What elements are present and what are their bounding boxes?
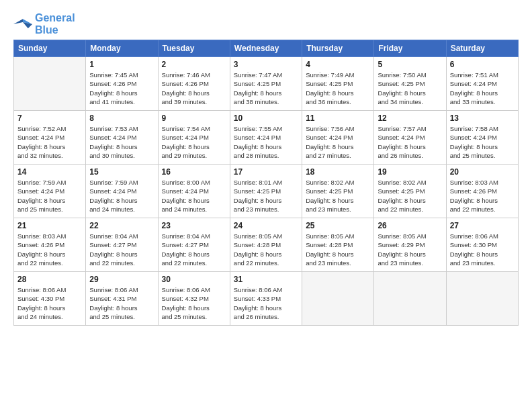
sun-info: Sunrise: 7:51 AMSunset: 4:24 PMDaylight:… [450, 71, 515, 106]
calendar-cell: 1Sunrise: 7:45 AMSunset: 4:26 PMDaylight… [86, 57, 158, 111]
sun-info: Sunrise: 8:04 AMSunset: 4:27 PMDaylight:… [89, 232, 154, 267]
sun-info: Sunrise: 8:05 AMSunset: 4:28 PMDaylight:… [306, 232, 370, 267]
logo-icon [13, 17, 32, 32]
day-number: 15 [89, 167, 154, 177]
weekday-header-wednesday: Wednesday [230, 40, 302, 57]
sun-info: Sunrise: 8:03 AMSunset: 4:26 PMDaylight:… [450, 178, 515, 214]
day-number: 10 [234, 113, 298, 123]
sun-info: Sunrise: 8:06 AMSunset: 4:30 PMDaylight:… [450, 232, 515, 267]
sun-info: Sunrise: 8:01 AMSunset: 4:25 PMDaylight:… [234, 178, 298, 214]
day-number: 12 [378, 113, 442, 123]
sun-info: Sunrise: 7:52 AMSunset: 4:24 PMDaylight:… [17, 124, 82, 160]
calendar-cell [14, 57, 86, 111]
day-number: 29 [89, 275, 154, 284]
calendar-cell: 5Sunrise: 7:50 AMSunset: 4:25 PMDaylight… [374, 57, 446, 111]
day-number: 1 [89, 60, 154, 69]
sun-info: Sunrise: 8:06 AMSunset: 4:30 PMDaylight:… [17, 285, 82, 321]
weekday-header-thursday: Thursday [302, 40, 374, 57]
calendar-week-3: 14Sunrise: 7:59 AMSunset: 4:24 PMDayligh… [14, 165, 519, 218]
calendar-cell: 24Sunrise: 8:05 AMSunset: 4:28 PMDayligh… [230, 218, 302, 272]
calendar-cell: 31Sunrise: 8:06 AMSunset: 4:33 PMDayligh… [230, 272, 302, 326]
day-number: 17 [234, 167, 298, 177]
calendar-week-5: 28Sunrise: 8:06 AMSunset: 4:30 PMDayligh… [14, 272, 519, 326]
sun-info: Sunrise: 8:02 AMSunset: 4:25 PMDaylight:… [378, 178, 442, 214]
sun-info: Sunrise: 8:05 AMSunset: 4:28 PMDaylight:… [234, 232, 298, 267]
day-number: 16 [162, 167, 226, 177]
sun-info: Sunrise: 7:47 AMSunset: 4:25 PMDaylight:… [234, 71, 298, 106]
calendar-cell: 10Sunrise: 7:55 AMSunset: 4:24 PMDayligh… [230, 111, 302, 165]
calendar-cell: 2Sunrise: 7:46 AMSunset: 4:26 PMDaylight… [158, 57, 230, 111]
calendar-cell: 28Sunrise: 8:06 AMSunset: 4:30 PMDayligh… [14, 272, 86, 326]
calendar-cell: 26Sunrise: 8:05 AMSunset: 4:29 PMDayligh… [374, 218, 446, 272]
weekday-header-tuesday: Tuesday [158, 40, 230, 57]
day-number: 24 [234, 221, 298, 230]
calendar-cell: 29Sunrise: 8:06 AMSunset: 4:31 PMDayligh… [86, 272, 158, 326]
weekday-header-friday: Friday [374, 40, 446, 57]
day-number: 21 [17, 221, 82, 230]
calendar-week-4: 21Sunrise: 8:03 AMSunset: 4:26 PMDayligh… [14, 218, 519, 272]
calendar-cell: 8Sunrise: 7:53 AMSunset: 4:24 PMDaylight… [86, 111, 158, 165]
svg-marker-1 [13, 19, 23, 24]
day-number: 13 [450, 113, 515, 123]
sun-info: Sunrise: 7:53 AMSunset: 4:24 PMDaylight:… [89, 124, 154, 160]
calendar-cell: 4Sunrise: 7:49 AMSunset: 4:25 PMDaylight… [302, 57, 374, 111]
sun-info: Sunrise: 7:59 AMSunset: 4:24 PMDaylight:… [89, 178, 154, 214]
calendar-cell [374, 272, 446, 326]
logo: General Blue [13, 12, 75, 36]
calendar-cell: 6Sunrise: 7:51 AMSunset: 4:24 PMDaylight… [446, 57, 518, 111]
sun-info: Sunrise: 7:45 AMSunset: 4:26 PMDaylight:… [89, 71, 154, 106]
calendar-cell: 11Sunrise: 7:56 AMSunset: 4:24 PMDayligh… [302, 111, 374, 165]
calendar-table: SundayMondayTuesdayWednesdayThursdayFrid… [13, 40, 519, 326]
header: General Blue [13, 12, 519, 36]
calendar-cell: 18Sunrise: 8:02 AMSunset: 4:25 PMDayligh… [302, 165, 374, 218]
day-number: 2 [162, 60, 226, 69]
sun-info: Sunrise: 7:56 AMSunset: 4:24 PMDaylight:… [306, 124, 370, 160]
sun-info: Sunrise: 7:54 AMSunset: 4:24 PMDaylight:… [162, 124, 226, 160]
calendar-cell: 7Sunrise: 7:52 AMSunset: 4:24 PMDaylight… [14, 111, 86, 165]
day-number: 20 [450, 167, 515, 177]
day-number: 11 [306, 113, 370, 123]
calendar-cell: 13Sunrise: 7:58 AMSunset: 4:24 PMDayligh… [446, 111, 518, 165]
sun-info: Sunrise: 8:02 AMSunset: 4:25 PMDaylight:… [306, 178, 370, 214]
day-number: 4 [306, 60, 370, 69]
day-number: 9 [162, 113, 226, 123]
calendar-cell: 15Sunrise: 7:59 AMSunset: 4:24 PMDayligh… [86, 165, 158, 218]
sun-info: Sunrise: 7:49 AMSunset: 4:25 PMDaylight:… [306, 71, 370, 106]
calendar-cell: 9Sunrise: 7:54 AMSunset: 4:24 PMDaylight… [158, 111, 230, 165]
day-number: 19 [378, 167, 442, 177]
sun-info: Sunrise: 8:06 AMSunset: 4:33 PMDaylight:… [234, 285, 298, 321]
sun-info: Sunrise: 8:04 AMSunset: 4:27 PMDaylight:… [162, 232, 226, 267]
sun-info: Sunrise: 8:03 AMSunset: 4:26 PMDaylight:… [17, 232, 82, 267]
day-number: 31 [234, 275, 298, 284]
calendar-cell: 25Sunrise: 8:05 AMSunset: 4:28 PMDayligh… [302, 218, 374, 272]
day-number: 22 [89, 221, 154, 230]
logo-text: General Blue [35, 12, 75, 36]
sun-info: Sunrise: 7:57 AMSunset: 4:24 PMDaylight:… [378, 124, 442, 160]
calendar-cell: 22Sunrise: 8:04 AMSunset: 4:27 PMDayligh… [86, 218, 158, 272]
day-number: 14 [17, 167, 82, 177]
sun-info: Sunrise: 8:06 AMSunset: 4:32 PMDaylight:… [162, 285, 226, 321]
sun-info: Sunrise: 8:06 AMSunset: 4:31 PMDaylight:… [89, 285, 154, 321]
sun-info: Sunrise: 7:58 AMSunset: 4:24 PMDaylight:… [450, 124, 515, 160]
sun-info: Sunrise: 7:55 AMSunset: 4:24 PMDaylight:… [234, 124, 298, 160]
weekday-header-sunday: Sunday [14, 40, 86, 57]
day-number: 3 [234, 60, 298, 69]
weekday-header-row: SundayMondayTuesdayWednesdayThursdayFrid… [14, 40, 519, 57]
calendar-cell: 23Sunrise: 8:04 AMSunset: 4:27 PMDayligh… [158, 218, 230, 272]
calendar-cell: 14Sunrise: 7:59 AMSunset: 4:24 PMDayligh… [14, 165, 86, 218]
day-number: 30 [162, 275, 226, 284]
day-number: 25 [306, 221, 370, 230]
calendar-week-2: 7Sunrise: 7:52 AMSunset: 4:24 PMDaylight… [14, 111, 519, 165]
calendar-cell [446, 272, 518, 326]
calendar-cell: 12Sunrise: 7:57 AMSunset: 4:24 PMDayligh… [374, 111, 446, 165]
calendar-cell: 16Sunrise: 8:00 AMSunset: 4:24 PMDayligh… [158, 165, 230, 218]
day-number: 23 [162, 221, 226, 230]
calendar-cell: 21Sunrise: 8:03 AMSunset: 4:26 PMDayligh… [14, 218, 86, 272]
calendar-cell: 30Sunrise: 8:06 AMSunset: 4:32 PMDayligh… [158, 272, 230, 326]
weekday-header-saturday: Saturday [446, 40, 518, 57]
page: General Blue SundayMondayTuesdayWednesda… [0, 0, 532, 411]
day-number: 26 [378, 221, 442, 230]
calendar-cell: 3Sunrise: 7:47 AMSunset: 4:25 PMDaylight… [230, 57, 302, 111]
sun-info: Sunrise: 7:46 AMSunset: 4:26 PMDaylight:… [162, 71, 226, 106]
sun-info: Sunrise: 8:05 AMSunset: 4:29 PMDaylight:… [378, 232, 442, 267]
